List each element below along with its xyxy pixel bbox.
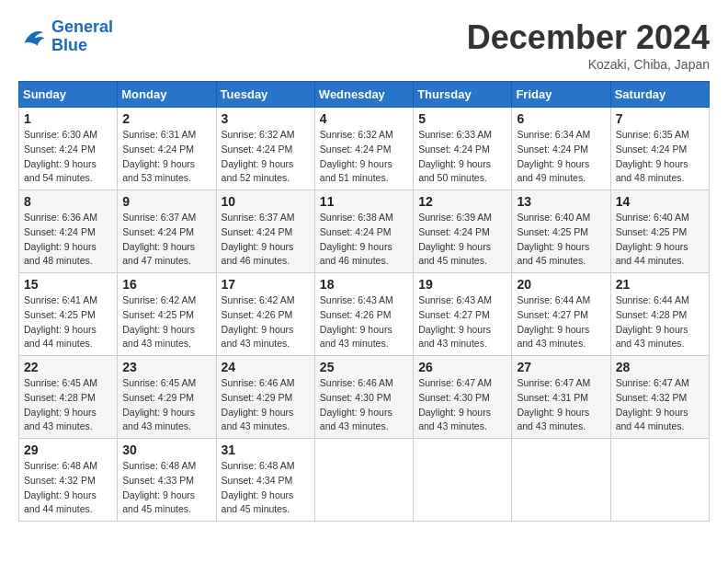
- calendar-cell-3-4: 26 Sunrise: 6:47 AM Sunset: 4:30 PM Dayl…: [414, 356, 512, 439]
- day-number: 24: [222, 360, 310, 374]
- col-friday: Friday: [512, 82, 610, 108]
- sunrise-label: Sunrise: 6:40 AM: [517, 212, 590, 223]
- sunrise-label: Sunrise: 6:36 AM: [24, 212, 97, 223]
- sunrise-label: Sunrise: 6:30 AM: [24, 129, 97, 140]
- day-number: 26: [418, 360, 506, 374]
- daylight-label: Daylight: 9 hours and 43 minutes.: [418, 407, 491, 432]
- sunset-label: Sunset: 4:34 PM: [222, 475, 293, 486]
- daylight-label: Daylight: 9 hours and 45 minutes.: [517, 241, 589, 267]
- day-info: Sunrise: 6:35 AM Sunset: 4:24 PM Dayligh…: [616, 128, 704, 186]
- calendar-cell-2-5: 20 Sunrise: 6:44 AM Sunset: 4:27 PM Dayl…: [512, 273, 610, 356]
- daylight-label: Daylight: 9 hours and 45 minutes.: [122, 489, 195, 515]
- sunset-label: Sunset: 4:24 PM: [24, 144, 96, 155]
- calendar-cell-2-1: 16 Sunrise: 6:42 AM Sunset: 4:25 PM Dayl…: [118, 273, 216, 356]
- day-number: 18: [320, 277, 408, 292]
- sunrise-label: Sunrise: 6:43 AM: [320, 294, 393, 305]
- day-info: Sunrise: 6:34 AM Sunset: 4:24 PM Dayligh…: [517, 128, 605, 186]
- sunset-label: Sunset: 4:24 PM: [418, 144, 490, 155]
- day-info: Sunrise: 6:45 AM Sunset: 4:29 PM Dayligh…: [122, 376, 210, 434]
- daylight-label: Daylight: 9 hours and 43 minutes.: [222, 407, 294, 432]
- sunset-label: Sunset: 4:24 PM: [122, 144, 194, 155]
- sunrise-label: Sunrise: 6:47 AM: [616, 377, 689, 388]
- day-info: Sunrise: 6:39 AM Sunset: 4:24 PM Dayligh…: [418, 211, 506, 269]
- calendar-cell-1-0: 8 Sunrise: 6:36 AM Sunset: 4:24 PM Dayli…: [19, 190, 118, 273]
- sunrise-label: Sunrise: 6:48 AM: [122, 460, 196, 471]
- day-info: Sunrise: 6:33 AM Sunset: 4:24 PM Dayligh…: [418, 128, 506, 186]
- calendar-cell-1-1: 9 Sunrise: 6:37 AM Sunset: 4:24 PM Dayli…: [118, 190, 216, 273]
- day-info: Sunrise: 6:48 AM Sunset: 4:32 PM Dayligh…: [24, 459, 112, 517]
- week-row-3: 22 Sunrise: 6:45 AM Sunset: 4:28 PM Dayl…: [19, 356, 710, 439]
- calendar-cell-1-3: 11 Sunrise: 6:38 AM Sunset: 4:24 PM Dayl…: [314, 190, 413, 273]
- col-monday: Monday: [118, 82, 216, 108]
- calendar-cell-4-1: 30 Sunrise: 6:48 AM Sunset: 4:33 PM Dayl…: [118, 439, 216, 522]
- sunset-label: Sunset: 4:30 PM: [320, 392, 392, 403]
- sunset-label: Sunset: 4:24 PM: [222, 144, 293, 155]
- sunrise-label: Sunrise: 6:45 AM: [122, 377, 196, 388]
- title-block: December 2024 Kozaki, Chiba, Japan: [467, 18, 710, 72]
- day-number: 5: [418, 111, 506, 126]
- sunset-label: Sunset: 4:24 PM: [222, 226, 293, 237]
- sunset-label: Sunset: 4:31 PM: [517, 392, 588, 403]
- sunrise-label: Sunrise: 6:42 AM: [122, 294, 196, 305]
- day-info: Sunrise: 6:42 AM Sunset: 4:25 PM Dayligh…: [122, 293, 210, 351]
- calendar-cell-4-4: [414, 439, 512, 522]
- sunset-label: Sunset: 4:25 PM: [24, 309, 96, 320]
- sunrise-label: Sunrise: 6:46 AM: [320, 377, 393, 388]
- calendar-cell-0-1: 2 Sunrise: 6:31 AM Sunset: 4:24 PM Dayli…: [118, 108, 216, 190]
- daylight-label: Daylight: 9 hours and 43 minutes.: [24, 407, 97, 432]
- sunrise-label: Sunrise: 6:46 AM: [222, 377, 295, 388]
- day-info: Sunrise: 6:37 AM Sunset: 4:24 PM Dayligh…: [222, 211, 310, 269]
- logo: General Blue: [18, 18, 113, 55]
- daylight-label: Daylight: 9 hours and 43 minutes.: [320, 324, 392, 350]
- sunset-label: Sunset: 4:24 PM: [122, 226, 194, 237]
- sunrise-label: Sunrise: 6:32 AM: [222, 129, 295, 140]
- week-row-4: 29 Sunrise: 6:48 AM Sunset: 4:32 PM Dayl…: [19, 439, 710, 522]
- day-number: 16: [122, 277, 210, 292]
- logo-text: General Blue: [51, 18, 113, 55]
- calendar-cell-1-6: 14 Sunrise: 6:40 AM Sunset: 4:25 PM Dayl…: [610, 190, 709, 273]
- day-number: 25: [320, 360, 408, 374]
- daylight-label: Daylight: 9 hours and 43 minutes.: [616, 324, 688, 350]
- month-title: December 2024: [467, 18, 710, 57]
- sunset-label: Sunset: 4:24 PM: [517, 144, 588, 155]
- calendar-cell-4-6: [610, 439, 709, 522]
- day-info: Sunrise: 6:30 AM Sunset: 4:24 PM Dayligh…: [24, 128, 112, 186]
- daylight-label: Daylight: 9 hours and 54 minutes.: [24, 158, 97, 184]
- daylight-label: Daylight: 9 hours and 45 minutes.: [418, 241, 491, 267]
- day-number: 6: [517, 111, 605, 126]
- calendar-cell-2-4: 19 Sunrise: 6:43 AM Sunset: 4:27 PM Dayl…: [414, 273, 512, 356]
- daylight-label: Daylight: 9 hours and 44 minutes.: [616, 407, 688, 432]
- daylight-label: Daylight: 9 hours and 43 minutes.: [122, 407, 195, 432]
- logo-line2: Blue: [51, 36, 87, 54]
- sunset-label: Sunset: 4:24 PM: [616, 144, 688, 155]
- sunrise-label: Sunrise: 6:31 AM: [122, 129, 196, 140]
- day-number: 22: [24, 360, 112, 374]
- day-number: 27: [517, 360, 605, 374]
- day-number: 4: [320, 111, 408, 126]
- sunrise-label: Sunrise: 6:45 AM: [24, 377, 97, 388]
- daylight-label: Daylight: 9 hours and 44 minutes.: [616, 241, 688, 267]
- daylight-label: Daylight: 9 hours and 46 minutes.: [320, 241, 392, 267]
- day-number: 10: [222, 194, 310, 209]
- sunrise-label: Sunrise: 6:35 AM: [616, 129, 689, 140]
- sunset-label: Sunset: 4:25 PM: [616, 226, 688, 237]
- sunrise-label: Sunrise: 6:37 AM: [122, 212, 196, 223]
- sunrise-label: Sunrise: 6:40 AM: [616, 212, 689, 223]
- sunset-label: Sunset: 4:30 PM: [418, 392, 490, 403]
- day-info: Sunrise: 6:36 AM Sunset: 4:24 PM Dayligh…: [24, 211, 112, 269]
- weekday-header-row: Sunday Monday Tuesday Wednesday Thursday…: [19, 82, 710, 108]
- col-tuesday: Tuesday: [216, 82, 314, 108]
- calendar-cell-3-3: 25 Sunrise: 6:46 AM Sunset: 4:30 PM Dayl…: [314, 356, 413, 439]
- day-number: 29: [24, 442, 112, 457]
- daylight-label: Daylight: 9 hours and 43 minutes.: [320, 407, 392, 432]
- daylight-label: Daylight: 9 hours and 53 minutes.: [122, 158, 195, 184]
- daylight-label: Daylight: 9 hours and 44 minutes.: [24, 489, 97, 515]
- sunrise-label: Sunrise: 6:38 AM: [320, 212, 393, 223]
- daylight-label: Daylight: 9 hours and 48 minutes.: [616, 158, 688, 184]
- day-number: 14: [616, 194, 704, 209]
- sunrise-label: Sunrise: 6:37 AM: [222, 212, 295, 223]
- sunset-label: Sunset: 4:28 PM: [616, 309, 688, 320]
- sunrise-label: Sunrise: 6:42 AM: [222, 294, 295, 305]
- page-header: General Blue December 2024 Kozaki, Chiba…: [18, 18, 710, 72]
- calendar-cell-0-5: 6 Sunrise: 6:34 AM Sunset: 4:24 PM Dayli…: [512, 108, 610, 190]
